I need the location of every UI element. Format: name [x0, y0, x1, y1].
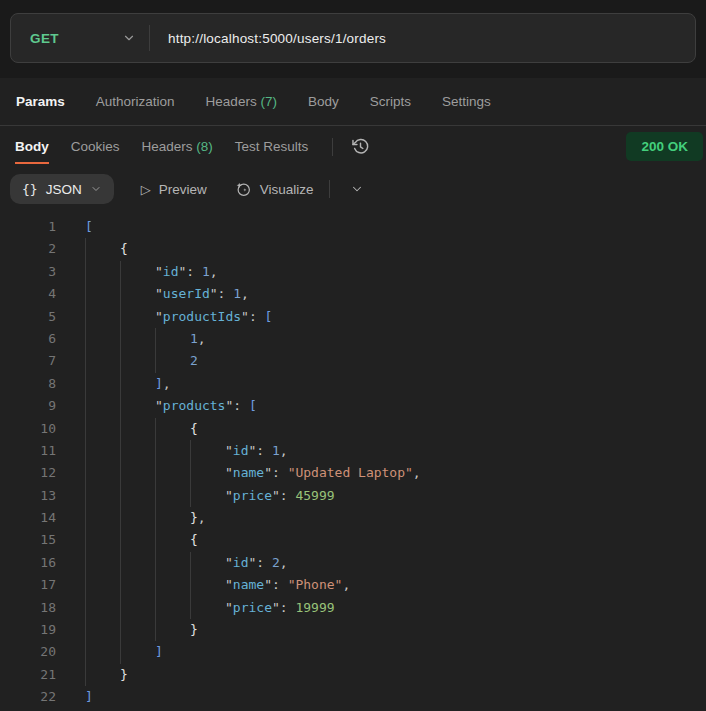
line-number: 13 — [0, 485, 56, 507]
tab-headers-response[interactable]: Headers (8) — [142, 129, 213, 164]
line-number: 20 — [0, 641, 56, 663]
method-select[interactable]: GET — [11, 14, 149, 62]
visualize-button[interactable]: Visualize — [234, 180, 314, 198]
code-line: 5"productIds": [ — [0, 306, 706, 328]
code-line: 19} — [0, 619, 706, 641]
indent-guide — [155, 440, 190, 462]
token-pu: ": — [241, 306, 264, 328]
line-number: 19 — [0, 619, 56, 641]
token-ky: name — [233, 574, 264, 596]
line-number: 8 — [0, 373, 56, 395]
indent-guide — [85, 641, 120, 663]
braces-icon: {} — [22, 182, 38, 197]
chevron-down-icon — [350, 182, 364, 196]
tab-body-request[interactable]: Body — [308, 94, 339, 109]
token-cb: } — [190, 619, 198, 641]
indent-guide — [120, 529, 155, 551]
indent-guide — [120, 462, 155, 484]
more-options-button[interactable] — [344, 176, 370, 202]
tab-settings[interactable]: Settings — [442, 94, 491, 109]
token-pu: , — [280, 440, 288, 462]
indent-guide — [155, 485, 190, 507]
line-number: 10 — [0, 418, 56, 440]
token-pu: ": — [225, 395, 248, 417]
token-nb: 2 — [272, 552, 280, 574]
tab-test-results[interactable]: Test Results — [235, 129, 309, 164]
token-pu: , — [198, 328, 206, 350]
url-input[interactable]: http://localhost:5000/users/1/orders — [150, 31, 695, 46]
token-pu: " — [155, 395, 163, 417]
chevron-down-icon — [90, 183, 102, 195]
indent-guide — [155, 418, 190, 440]
token-pu: , — [342, 574, 350, 596]
indent-guide — [120, 418, 155, 440]
code-line: 2{ — [0, 238, 706, 260]
tab-params[interactable]: Params — [16, 94, 65, 109]
indent-guide — [85, 350, 120, 372]
url-bar: GET http://localhost:5000/users/1/orders — [10, 13, 696, 63]
token-pu: " — [225, 485, 233, 507]
code-line: 61, — [0, 328, 706, 350]
format-label: JSON — [46, 182, 82, 197]
indent-guide — [155, 619, 190, 641]
token-st: "Updated Laptop" — [288, 462, 413, 484]
indent-guide — [85, 529, 120, 551]
tab-body-response[interactable]: Body — [15, 129, 49, 164]
tab-authorization[interactable]: Authorization — [96, 94, 175, 109]
indent-guide — [85, 574, 120, 596]
indent-guide — [85, 619, 120, 641]
history-clock-icon — [351, 137, 370, 156]
code-line: 72 — [0, 350, 706, 372]
indent-guide — [120, 350, 155, 372]
history-button[interactable] — [347, 134, 373, 160]
token-sb: [ — [249, 395, 257, 417]
indent-guide — [155, 328, 190, 350]
format-select-button[interactable]: {} JSON — [10, 174, 114, 204]
token-ky: price — [233, 597, 272, 619]
request-url-section: GET http://localhost:5000/users/1/orders — [0, 0, 706, 78]
code-line: 9"products": [ — [0, 395, 706, 417]
indent-guide — [190, 485, 225, 507]
token-ky: id — [233, 552, 249, 574]
method-label: GET — [30, 31, 59, 46]
indent-guide — [85, 328, 120, 350]
indent-guide — [190, 440, 225, 462]
token-pu: ": — [248, 552, 271, 574]
indent-guide — [155, 350, 190, 372]
tab-cookies[interactable]: Cookies — [71, 129, 120, 164]
visualize-label: Visualize — [260, 182, 314, 197]
token-pu: " — [155, 283, 163, 305]
token-pu: ": — [178, 261, 201, 283]
indent-guide — [155, 529, 190, 551]
token-pu: " — [225, 440, 233, 462]
code-line: 17"name": "Phone", — [0, 574, 706, 596]
token-pu: ": — [272, 485, 295, 507]
indent-guide — [120, 306, 155, 328]
token-cb: } — [120, 664, 128, 686]
sparkle-wand-icon — [234, 180, 252, 198]
code-line: 4"userId": 1, — [0, 283, 706, 305]
token-pu: ": — [248, 440, 271, 462]
line-number: 11 — [0, 440, 56, 462]
preview-button[interactable]: ▷ Preview — [141, 182, 207, 197]
code-line: 12"name": "Updated Laptop", — [0, 462, 706, 484]
token-ky: userId — [163, 283, 210, 305]
token-ky: id — [233, 440, 249, 462]
tab-headers-request[interactable]: Headers (7) — [206, 94, 277, 109]
tab-scripts[interactable]: Scripts — [370, 94, 411, 109]
code-line: 14}, — [0, 507, 706, 529]
token-sb: ] — [155, 373, 163, 395]
indent-guide — [120, 641, 155, 663]
indent-guide — [120, 328, 155, 350]
line-number: 3 — [0, 261, 56, 283]
indent-guide — [155, 574, 190, 596]
code-line: 3"id": 1, — [0, 261, 706, 283]
token-st: "Phone" — [288, 574, 343, 596]
chevron-down-icon — [122, 31, 136, 45]
code-editor[interactable]: 1[2{3"id": 1,4"userId": 1,5"productIds":… — [0, 211, 706, 709]
token-pu: " — [225, 462, 233, 484]
indent-guide — [190, 597, 225, 619]
token-pu: " — [155, 261, 163, 283]
indent-guide — [120, 619, 155, 641]
indent-guide — [85, 283, 120, 305]
